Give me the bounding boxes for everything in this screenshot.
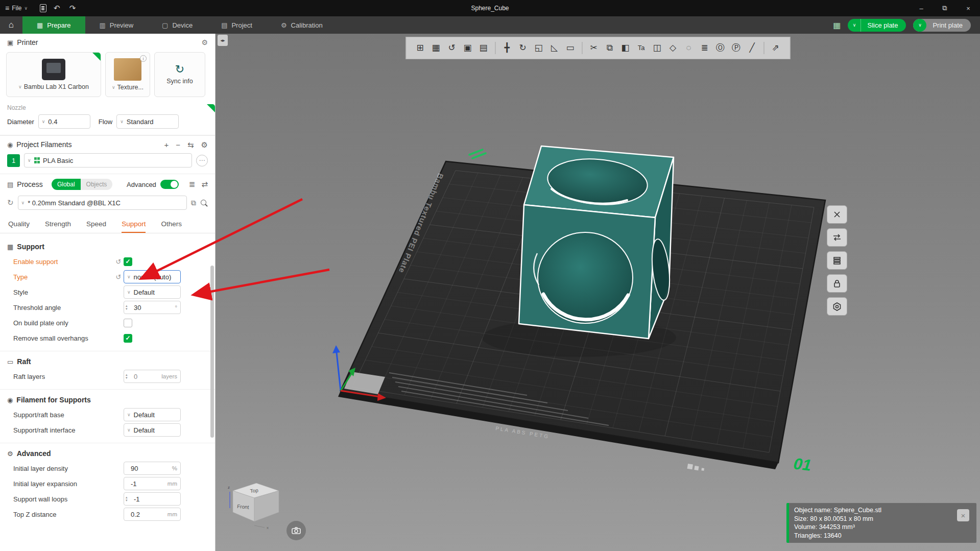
cut-icon[interactable]: ✂ xyxy=(586,37,602,59)
scene-3d[interactable]: Bambu Textured PEI Plate PLA ABS PETG 01 xyxy=(216,34,980,551)
wiki-corner-marker[interactable] xyxy=(207,104,215,112)
assembly-view-icon[interactable]: ⇗ xyxy=(768,37,783,59)
support-raft-interface-select[interactable]: ∨ Default xyxy=(124,423,181,437)
plate-settings-icon[interactable]: Ⓟ xyxy=(728,37,744,59)
shuffle-plate-button[interactable] xyxy=(827,228,847,247)
measure-icon[interactable]: ╱ xyxy=(744,37,760,59)
tab-speed[interactable]: Speed xyxy=(86,215,106,233)
support-raft-base-select[interactable]: ∨ Default xyxy=(124,408,181,421)
text-icon[interactable]: Ta xyxy=(633,37,649,59)
diameter-select[interactable]: ∨ 0.4 xyxy=(38,114,90,129)
undo-icon[interactable]: ↶ xyxy=(52,4,62,13)
flow-select[interactable]: ∨ Standard xyxy=(116,114,179,129)
search-icon[interactable] xyxy=(200,199,208,207)
enable-support-checkbox[interactable] xyxy=(124,257,132,266)
threshold-angle-spinner[interactable]: 30 ° xyxy=(124,301,181,314)
home-button[interactable]: ⌂ xyxy=(0,16,22,34)
remove-filament-button[interactable]: − xyxy=(176,141,180,149)
lay-on-face-icon[interactable]: ◺ xyxy=(546,37,562,59)
emboss-icon[interactable]: ◫ xyxy=(649,37,665,59)
viewport-3d[interactable]: Bambu Textured PEI Plate PLA ABS PETG 01 xyxy=(216,34,980,551)
filament-slot-badge[interactable]: 1 xyxy=(7,154,20,167)
refresh-preset-icon[interactable]: ↻ xyxy=(7,198,14,207)
plate-badge-icon[interactable]: ▦ xyxy=(833,20,841,30)
tab-support[interactable]: Support xyxy=(122,215,146,233)
raft-layers-spinner[interactable]: 0 layers xyxy=(124,370,181,383)
filament-settings-gear-icon[interactable]: ⚙ xyxy=(201,141,208,149)
on-build-plate-only-checkbox[interactable] xyxy=(124,319,132,327)
tab-prepare[interactable]: ▦ Prepare xyxy=(22,16,85,34)
tab-strength[interactable]: Strength xyxy=(45,215,71,233)
auto-orient-icon[interactable]: ↺ xyxy=(444,37,460,59)
slice-plate-button[interactable]: ∨ Slice plate xyxy=(848,19,906,32)
remove-small-overhangs-checkbox[interactable] xyxy=(124,334,132,343)
printer-card[interactable]: ∨ Bambu Lab X1 Carbon xyxy=(6,52,101,97)
add-plate-icon[interactable]: ▦ xyxy=(428,37,444,59)
move-icon[interactable]: ╋ xyxy=(499,37,515,59)
panel-scrollbar[interactable] xyxy=(210,266,214,438)
spinner-arrows[interactable] xyxy=(126,496,132,502)
compare-presets-icon[interactable]: ⇄ xyxy=(201,180,208,189)
tab-device[interactable]: ▢ Device xyxy=(148,16,207,34)
chevron-down-icon[interactable]: ∨ xyxy=(848,19,861,32)
info-icon[interactable]: i xyxy=(140,55,147,62)
support-type-select[interactable]: ∨ normal(auto) xyxy=(124,270,181,283)
chevron-down-icon[interactable]: ∨ xyxy=(913,19,926,32)
color-paint-icon[interactable]: ◧ xyxy=(617,37,633,59)
clone-icon[interactable]: ⧉ xyxy=(602,37,617,59)
rotate-icon[interactable]: ↻ xyxy=(515,37,531,59)
save-preset-icon[interactable]: ⧉ xyxy=(191,199,196,207)
split-icon[interactable]: ▤ xyxy=(475,37,491,59)
process-preset-select[interactable]: ∨ * 0.20mm Standard @BBL X1C xyxy=(18,196,187,210)
tab-others[interactable]: Others xyxy=(161,215,182,233)
mesh-boolean-icon[interactable]: ◇ xyxy=(665,37,681,59)
view-all-settings-icon[interactable]: ≣ xyxy=(189,180,196,189)
filament-select[interactable]: ∨ PLA Basic xyxy=(24,153,192,167)
reset-icon[interactable]: ↺ xyxy=(113,273,124,281)
spinner-arrows[interactable] xyxy=(126,373,132,379)
add-icon[interactable]: ⊞ xyxy=(412,37,428,59)
sync-filament-icon[interactable]: ⇆ xyxy=(187,141,194,149)
initial-layer-expansion-input[interactable]: -1 mm xyxy=(124,477,181,490)
camera-view-button[interactable] xyxy=(286,521,306,540)
lock-plate-button[interactable] xyxy=(827,274,847,293)
advanced-toggle[interactable] xyxy=(160,180,179,189)
redo-icon[interactable]: ↷ xyxy=(67,4,78,13)
delete-plate-button[interactable] xyxy=(827,205,847,224)
scope-objects[interactable]: Objects xyxy=(81,179,113,190)
sidebar-collapse-button[interactable]: ◂▸ xyxy=(218,35,228,46)
tab-preview[interactable]: ▥ Preview xyxy=(85,16,148,34)
printer-settings-gear-icon[interactable]: ⚙ xyxy=(201,38,208,46)
process-scope-switch[interactable]: Global Objects xyxy=(52,179,112,190)
filament-edit-button[interactable]: ⋯ xyxy=(196,155,208,166)
tab-quality[interactable]: Quality xyxy=(8,215,30,233)
scope-global[interactable]: Global xyxy=(52,179,81,190)
initial-layer-density-input[interactable]: 90 % xyxy=(124,462,181,475)
top-z-distance-input[interactable]: 0.2 mm xyxy=(124,508,181,521)
maximize-button[interactable]: ⧉ xyxy=(933,0,957,16)
minimize-button[interactable]: – xyxy=(910,0,933,16)
seam-paint-icon[interactable]: ◌ xyxy=(681,37,697,59)
print-plate-button[interactable]: ∨ Print plate xyxy=(913,19,971,32)
align-icon[interactable]: ▭ xyxy=(562,37,578,59)
support-style-select[interactable]: ∨ Default xyxy=(124,285,181,299)
timelapse-icon[interactable]: Ⓞ xyxy=(712,37,728,59)
scale-icon[interactable]: ◱ xyxy=(531,37,546,59)
sync-info-button[interactable]: ↻ Sync info xyxy=(154,52,205,97)
wiki-corner-marker[interactable] xyxy=(92,53,101,61)
reset-icon[interactable]: ↺ xyxy=(113,258,124,266)
spinner-arrows[interactable] xyxy=(126,304,132,310)
add-filament-button[interactable]: + xyxy=(164,141,169,149)
tab-calibration[interactable]: ⚙ Calibration xyxy=(267,16,337,34)
new-project-icon[interactable] xyxy=(40,4,46,12)
plate-settings-button[interactable] xyxy=(827,297,847,316)
close-icon[interactable]: × xyxy=(957,509,969,521)
arrange-icon[interactable]: ▣ xyxy=(460,37,475,59)
support-wall-loops-spinner[interactable]: -1 xyxy=(124,492,181,506)
tab-project[interactable]: ▤ Project xyxy=(207,16,267,34)
close-button[interactable]: × xyxy=(957,0,980,16)
variable-layer-height-icon[interactable]: ≣ xyxy=(697,37,712,59)
plate-list-button[interactable] xyxy=(827,251,847,270)
orientation-gizmo[interactable]: Top Front z x xyxy=(226,476,285,530)
file-menu-button[interactable]: ≡ File ∨ xyxy=(5,4,28,12)
